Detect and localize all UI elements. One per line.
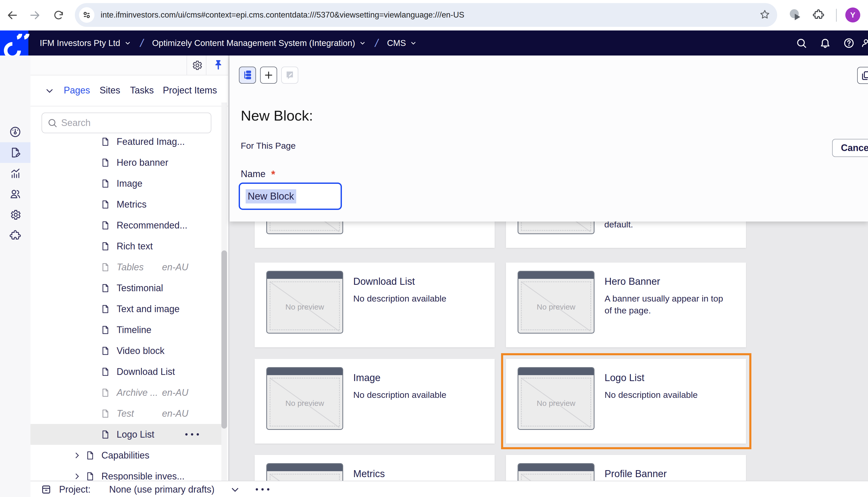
optimizely-logo-icon[interactable]: [3, 30, 36, 57]
play-circle-icon: [788, 8, 803, 23]
tree-item-video-block[interactable]: Video block: [30, 340, 221, 361]
tab-project-items[interactable]: Project Items: [163, 75, 217, 105]
block-type-card-hero-banner[interactable]: No preview Hero Banner A banner usually …: [506, 262, 746, 347]
thumbnail-titlebar: [267, 272, 342, 279]
tree-item-rich-text[interactable]: Rich text: [30, 236, 221, 257]
browser-extensions-button[interactable]: [812, 9, 825, 22]
panel-toolbar-divider: [187, 56, 187, 75]
tree-item-tables[interactable]: Tables en-AU: [30, 257, 221, 278]
tree-item-text-and-image[interactable]: Text and image: [30, 298, 221, 320]
chevron-right-icon[interactable]: [73, 451, 81, 460]
block-type-card-download-list[interactable]: No preview Download List No description …: [255, 262, 495, 347]
chevron-right-icon[interactable]: [73, 472, 81, 481]
project-archive-icon: [41, 484, 52, 495]
tree-item-testimonial[interactable]: Testimonial: [30, 278, 221, 298]
rail-item-dashboard[interactable]: [0, 122, 30, 142]
breadcrumb-section[interactable]: CMS: [387, 38, 417, 48]
page-icon: [100, 367, 111, 377]
block-type-title: Metrics: [353, 468, 385, 480]
block-preview-thumbnail: No preview: [518, 222, 594, 234]
page-icon: [100, 199, 111, 210]
tab-pages[interactable]: Pages: [64, 75, 90, 105]
name-input[interactable]: New Block: [239, 183, 342, 210]
tree-item-archive[interactable]: Archive ... en-AU: [30, 382, 221, 403]
gear-icon: [191, 59, 203, 71]
url-text[interactable]: inte.ifminvestors.com/ui/cms#context=epi…: [101, 10, 759, 19]
name-field-label: Name *: [241, 169, 275, 180]
tree-scrollbar-thumb[interactable]: [221, 251, 227, 429]
tree-item-hero-banner[interactable]: Hero banner: [30, 152, 221, 173]
collapse-panel-button[interactable]: [45, 86, 55, 97]
tree-item-recommended[interactable]: Recommended...: [30, 215, 221, 236]
left-icon-rail: [0, 56, 31, 497]
tree-item-timeline[interactable]: Timeline: [30, 320, 221, 340]
tab-tasks[interactable]: Tasks: [130, 75, 154, 105]
tree-item-capabilities[interactable]: Capabilities: [30, 445, 221, 466]
page-icon: [100, 262, 111, 272]
block-type-card-metrics[interactable]: No preview Metrics: [255, 455, 495, 481]
tree-item-label: Metrics: [117, 199, 147, 210]
block-type-card-partial-left[interactable]: No preview: [255, 222, 495, 248]
tree-item-label: Text and image: [117, 303, 180, 314]
project-value[interactable]: None (use primary drafts): [109, 484, 215, 495]
thumbnail-titlebar: [267, 464, 342, 471]
no-preview-label: No preview: [267, 399, 342, 408]
add-content-button[interactable]: [260, 67, 277, 84]
tree-item-context-menu-button[interactable]: [185, 433, 199, 436]
breadcrumb-product[interactable]: Optimizely Content Management System (In…: [152, 38, 366, 48]
rail-item-addons[interactable]: [0, 225, 30, 246]
cancel-button[interactable]: Cancel: [832, 139, 868, 157]
rail-item-users[interactable]: [0, 184, 30, 204]
toggle-navigation-button[interactable]: [239, 67, 256, 84]
tab-sites[interactable]: Sites: [100, 75, 120, 105]
block-type-grid: No preview No preview default. No pr: [230, 222, 868, 481]
diagonal-line: [521, 222, 591, 232]
profile-button[interactable]: [861, 30, 868, 56]
person-icon: [861, 38, 868, 49]
bookmark-star-button[interactable]: [759, 9, 770, 21]
overlapping-panels-icon: [860, 70, 868, 81]
notifications-button[interactable]: [813, 30, 837, 56]
tree-item-label: Tables: [117, 262, 144, 273]
breadcrumb: IFM Investors Pty Ltd / Optimizely Conte…: [40, 30, 417, 56]
back-arrow-icon: [6, 9, 18, 21]
compare-versions-button[interactable]: [281, 67, 298, 84]
browser-back-button[interactable]: [6, 9, 18, 21]
tree-search-input[interactable]: Search: [42, 113, 211, 133]
browser-forward-button[interactable]: [29, 9, 41, 21]
block-type-card-profile-banner[interactable]: No preview Profile Banner: [506, 455, 746, 481]
breadcrumb-org[interactable]: IFM Investors Pty Ltd: [40, 38, 132, 48]
panel-pin-button[interactable]: [211, 58, 225, 73]
block-preview-thumbnail: No preview: [518, 367, 594, 430]
tree-item-image[interactable]: Image: [30, 173, 221, 194]
tree-item-logo-list[interactable]: Logo List: [30, 424, 221, 445]
address-bar[interactable]: inte.ifminvestors.com/ui/cms#context=epi…: [75, 3, 777, 27]
rail-item-settings[interactable]: [0, 204, 30, 225]
rail-item-analytics[interactable]: [0, 163, 30, 184]
tree-item-metrics[interactable]: Metrics: [30, 194, 221, 215]
header-actions: [790, 30, 868, 56]
block-type-title: Download List: [353, 276, 415, 287]
block-type-description: No description available: [353, 389, 477, 401]
panel-settings-button[interactable]: [190, 58, 204, 72]
block-type-card-logo-list[interactable]: No preview Logo List No description avai…: [506, 359, 746, 443]
page-icon: [100, 387, 111, 398]
block-type-card-image[interactable]: No preview Image No description availabl…: [255, 359, 495, 443]
tree-item-test[interactable]: Test en-AU: [30, 403, 221, 424]
browser-reload-button[interactable]: [53, 9, 64, 21]
site-info-button[interactable]: [79, 7, 94, 23]
help-button[interactable]: [837, 30, 861, 56]
rail-item-edit-pages[interactable]: [0, 142, 30, 163]
diagonal-line: [521, 474, 591, 481]
browser-profile-avatar[interactable]: Y: [845, 8, 860, 23]
global-search-button[interactable]: [790, 30, 813, 56]
tree-item-featured-image[interactable]: Featured Imag...: [30, 133, 221, 152]
toggle-preview-panel-button[interactable]: [857, 67, 868, 84]
tree-item-label: Logo List: [117, 429, 154, 440]
media-control-button[interactable]: [788, 8, 803, 24]
project-menu-button[interactable]: [256, 488, 269, 491]
project-chevron-down-icon[interactable]: [230, 484, 240, 495]
app-window: inte.ifminvestors.com/ui/cms#context=epi…: [0, 0, 868, 497]
tree-item-download-list[interactable]: Download List: [30, 361, 221, 382]
tree-item-responsible-investment[interactable]: Responsible inves...: [30, 466, 221, 481]
